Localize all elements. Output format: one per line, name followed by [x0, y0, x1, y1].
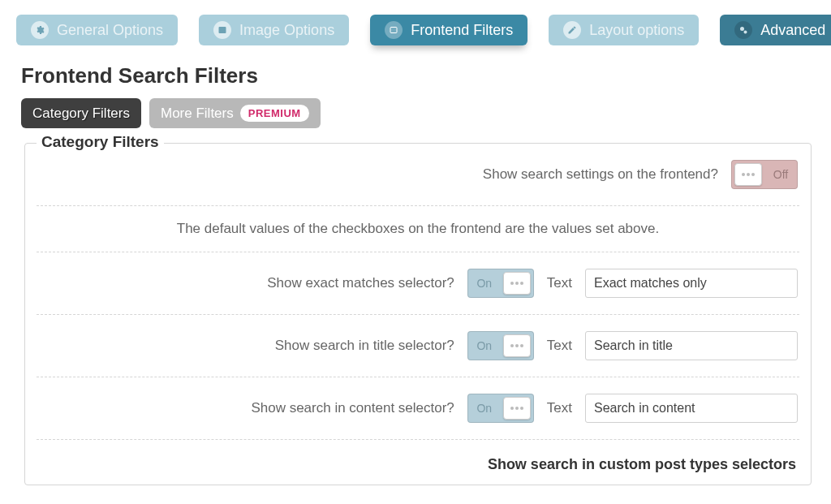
row-search-title: Show search in title selector? On Text — [37, 315, 799, 377]
panel-legend: Category Filters — [37, 133, 164, 151]
text-label: Text — [547, 275, 572, 291]
row-show-search-settings: Show search settings on the frontend? Of… — [37, 144, 799, 206]
top-tabs: General Options Image Options Frontend F… — [0, 15, 831, 45]
toggle-knob-icon — [734, 163, 762, 186]
sub-tab-category-filters[interactable]: Category Filters — [21, 98, 141, 128]
tab-label: Advanced — [760, 22, 825, 39]
tab-label: General Options — [57, 22, 163, 39]
toggle-show-search-settings[interactable]: Off — [731, 160, 798, 189]
tab-label: Frontend Filters — [411, 22, 513, 39]
image-icon — [213, 21, 231, 39]
pencil-icon — [563, 21, 581, 39]
gear-icon — [31, 21, 49, 39]
tab-image-options[interactable]: Image Options — [199, 15, 349, 45]
toggle-search-content[interactable]: On — [467, 394, 534, 423]
tab-general-options[interactable]: General Options — [16, 15, 178, 45]
toggle-state-label: Off — [764, 161, 797, 188]
svg-rect-1 — [390, 28, 397, 33]
tab-layout-options[interactable]: Layout options — [549, 15, 699, 45]
sub-tab-label: Category Filters — [32, 106, 130, 122]
page-title: Frontend Search Filters — [0, 45, 831, 98]
svg-rect-0 — [219, 27, 226, 33]
option-label: Show search in content selector? — [251, 400, 454, 416]
svg-point-3 — [744, 31, 747, 34]
toggle-knob-icon — [503, 397, 531, 420]
search-content-text-input[interactable] — [585, 394, 798, 423]
option-label: Show search settings on the frontend? — [483, 166, 718, 183]
tab-frontend-filters[interactable]: Frontend Filters — [370, 15, 527, 45]
text-label: Text — [547, 400, 572, 416]
toggle-knob-icon — [503, 272, 531, 295]
svg-point-2 — [740, 27, 744, 31]
exact-matches-text-input[interactable] — [585, 269, 798, 298]
sub-tabs: Category Filters More Filters PREMIUM — [0, 98, 831, 128]
note-text: The default values of the checkboxes on … — [37, 206, 799, 252]
toggle-state-label: On — [468, 269, 501, 297]
window-icon — [385, 21, 403, 39]
panel-wrap: Category Filters Show search settings on… — [0, 143, 831, 485]
row-search-content: Show search in content selector? On Text — [37, 377, 799, 440]
toggle-state-label: On — [468, 332, 501, 360]
toggle-knob-icon — [503, 334, 531, 357]
text-label: Text — [547, 338, 572, 354]
tab-advanced[interactable]: Advanced — [720, 15, 831, 45]
option-label: Show exact matches selector? — [267, 275, 454, 291]
category-filters-panel: Category Filters Show search settings on… — [24, 143, 812, 485]
sub-tab-label: More Filters — [161, 106, 234, 122]
toggle-exact-matches[interactable]: On — [467, 269, 534, 298]
toggle-state-label: On — [468, 394, 501, 422]
custom-post-types-heading: Show search in custom post types selecto… — [37, 440, 799, 473]
sub-tab-more-filters[interactable]: More Filters PREMIUM — [149, 98, 321, 128]
option-label: Show search in title selector? — [275, 338, 454, 354]
premium-badge: PREMIUM — [240, 105, 309, 122]
row-exact-matches: Show exact matches selector? On Text — [37, 252, 799, 315]
gears-icon — [734, 21, 752, 39]
tab-label: Layout options — [589, 22, 684, 39]
toggle-search-title[interactable]: On — [467, 331, 534, 360]
tab-label: Image Options — [239, 22, 334, 39]
search-title-text-input[interactable] — [585, 331, 798, 360]
